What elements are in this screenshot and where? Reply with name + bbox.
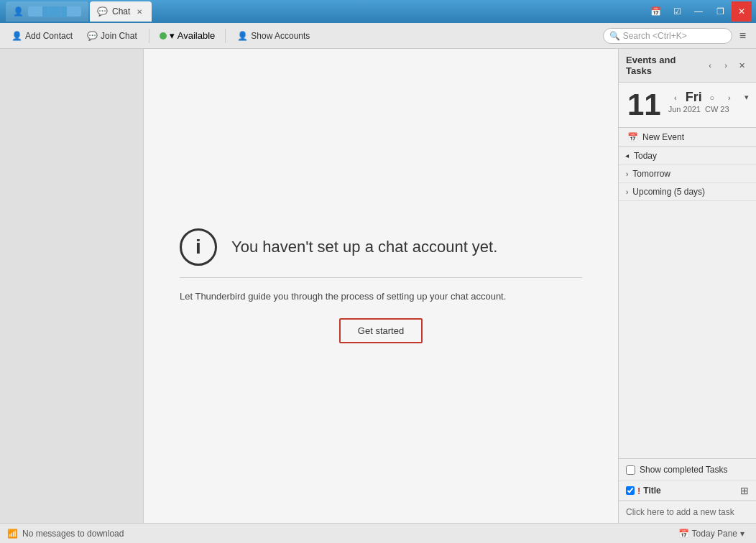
chat-setup-description: Let Thunderbird guide you through the pr… [180,289,582,304]
today-pane-label: Today Pane [692,529,737,539]
right-panel-nav: ‹ › ✕ [703,58,749,73]
today-pane-dropdown-arrow: ▾ [740,529,745,539]
show-completed-checkbox[interactable] [626,465,635,475]
show-completed-label: Show completed Tasks [640,465,728,475]
upcoming-label: Upcoming (5 days) [632,187,705,197]
right-panel-header: Events and Tasks ‹ › ✕ [619,49,756,83]
status-label: Available [178,30,216,41]
add-contact-button[interactable]: 👤 Add Contact [6,28,78,44]
restore-button[interactable]: ❐ [710,1,730,22]
account-tab-label: ████ [28,6,81,17]
title-bar: 👤 ████ 💬 Chat ✕ 📅 ☑ — ❐ ✕ [0,0,756,23]
calendar-month-year: Jun 2021 [668,105,701,113]
join-chat-button[interactable]: 💬 Join Chat [81,28,143,44]
new-event-button[interactable]: 📅 New Event [619,128,756,147]
status-bar: 📶 No messages to download 📅 Today Pane ▾ [0,523,756,543]
calendar-day-number: 11 [627,90,661,120]
show-accounts-button[interactable]: 👤 Show Accounts [231,28,315,44]
add-task-row[interactable]: Click here to add a new task [619,501,756,523]
tomorrow-chevron: › [626,170,628,178]
show-accounts-label: Show Accounts [251,31,310,41]
info-icon: i [180,228,217,266]
cal-dropdown[interactable]: ▾ [739,90,754,105]
search-placeholder: Search <Ctrl+K> [623,31,687,41]
menu-button[interactable]: ≡ [735,27,750,45]
right-panel: Events and Tasks ‹ › ✕ 11 ‹ Fri ○ › ▾ Ju… [618,49,756,523]
cal-nav-prev[interactable]: ‹ [668,90,683,105]
task-action-icon[interactable]: ⊞ [740,485,749,496]
minimize-button[interactable]: — [688,1,709,22]
toolbar-separator-1 [149,29,149,43]
join-chat-label: Join Chat [101,31,137,41]
today-group-header[interactable]: ▾ Today [619,147,756,164]
panel-nav-prev[interactable]: ‹ [703,58,717,73]
new-event-icon: 📅 [627,132,638,142]
upcoming-chevron: › [626,188,628,196]
task-header-row: ! Title ⊞ [619,481,756,501]
tasks-icon-btn[interactable]: ☑ [667,1,687,22]
today-chevron: ▾ [624,154,632,158]
today-pane-button[interactable]: 📅 Today Pane ▾ [674,527,749,540]
tomorrow-label: Tomorrow [632,169,670,179]
search-box[interactable]: 🔍 Search <Ctrl+K> [603,28,732,44]
events-tasks-title: Events and Tasks [626,55,703,76]
cal-nav-next[interactable]: › [722,90,737,105]
get-started-button[interactable]: Get started [339,318,423,343]
calendar-header: 11 ‹ Fri ○ › ▾ Jun 2021 CW 23 [619,83,756,128]
calendar-day-info: ‹ Fri ○ › ▾ Jun 2021 CW 23 [668,90,754,113]
events-list: ▾ Today › Tomorrow › Upcoming (5 days) [619,147,756,458]
join-chat-icon: 💬 [87,31,98,41]
task-checkbox-header[interactable] [626,486,635,495]
status-message: No messages to download [22,529,124,539]
tomorrow-group-header[interactable]: › Tomorrow [619,165,756,182]
today-pane-icon: 📅 [678,529,689,539]
chat-setup-title: You haven't set up a chat account yet. [231,238,497,256]
calendar-icon-btn[interactable]: 📅 [645,1,665,22]
main-area: i You haven't set up a chat account yet.… [0,49,756,523]
task-title-header: Title [643,486,737,496]
chat-area: i You haven't set up a chat account yet.… [144,49,618,523]
status-selector[interactable]: ▾ Available [155,27,220,44]
tab-close-button[interactable]: ✕ [134,6,144,17]
event-group-tomorrow: › Tomorrow [619,165,756,183]
chat-setup-container: i You haven't set up a chat account yet.… [180,228,582,343]
calendar-day-name-row: ‹ Fri ○ › ▾ [668,90,754,105]
chat-setup-divider [180,277,582,278]
calendar-meta: Jun 2021 CW 23 [668,105,754,113]
window-controls: 📅 ☑ — ❐ ✕ [645,1,756,22]
show-completed-row: Show completed Tasks [619,459,756,481]
panel-close-button[interactable]: ✕ [734,58,749,73]
add-contact-label: Add Contact [25,31,73,41]
upcoming-group-header[interactable]: › Upcoming (5 days) [619,183,756,200]
sidebar [0,49,144,523]
calendar-cw: CW 23 [705,105,729,113]
network-icon: 📶 [7,529,18,539]
status-dropdown-arrow: ▾ [170,30,175,41]
tab-active-chat[interactable]: 💬 Chat ✕ [90,1,152,22]
chat-setup-header: i You haven't set up a chat account yet. [180,228,582,266]
close-button[interactable]: ✕ [732,1,752,22]
task-priority-header: ! [637,486,640,496]
status-dot [160,32,167,40]
toolbar: 👤 Add Contact 💬 Join Chat ▾ Available 👤 … [0,23,756,49]
search-icon: 🔍 [609,31,620,41]
get-started-wrapper: Get started [180,318,582,343]
new-event-label: New Event [642,132,684,142]
add-contact-icon: 👤 [11,31,22,41]
panel-nav-next[interactable]: › [719,58,733,73]
event-group-today: ▾ Today [619,147,756,165]
cal-nav-circle[interactable]: ○ [705,90,719,105]
accounts-icon: 👤 [237,31,248,41]
tasks-section: Show completed Tasks ! Title ⊞ Click her… [619,458,756,523]
toolbar-separator-2 [225,29,226,43]
chat-tab-icon: 💬 [97,6,108,17]
calendar-day-name: Fri [686,90,702,105]
status-bar-right: 📅 Today Pane ▾ [674,527,749,540]
today-label: Today [634,151,657,161]
tab-inactive[interactable]: 👤 ████ [6,1,88,22]
title-bar-left: 👤 ████ 💬 Chat ✕ [0,1,645,22]
account-icon: 👤 [13,6,24,17]
add-task-label: Click here to add a new task [626,507,734,517]
event-group-upcoming: › Upcoming (5 days) [619,183,756,201]
status-left: 📶 No messages to download [7,529,124,539]
